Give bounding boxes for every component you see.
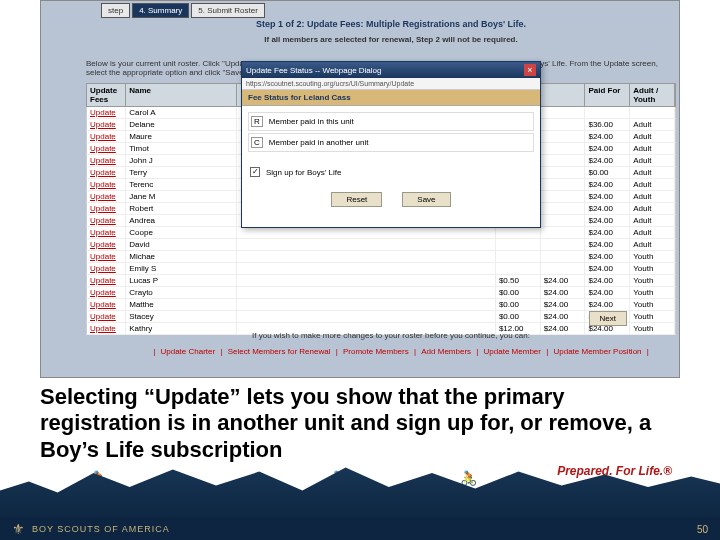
table-row: UpdateLucas P$0.50$24.00$24.00Youth [86, 275, 676, 287]
boys-life-label: Sign up for Boys' Life [266, 168, 341, 177]
table-row: UpdateCoope$24.00Adult [86, 227, 676, 239]
opt2-label: Member paid in another unit [269, 138, 369, 147]
reset-button[interactable]: Reset [331, 192, 382, 207]
table-row: UpdateCrayto$0.00$24.00$24.00Youth [86, 287, 676, 299]
update-link[interactable]: Update [90, 144, 116, 153]
cell-name: Terry [126, 167, 237, 178]
cell-name: Michae [126, 251, 237, 262]
slide: step 4. Summary 5. Submit Roster Step 1 … [0, 0, 720, 540]
cell-bl [541, 119, 586, 130]
checkbox-icon[interactable]: ✓ [250, 167, 260, 177]
save-button[interactable]: Save [402, 192, 450, 207]
slide-caption: Selecting “Update” lets you show that th… [40, 384, 680, 463]
cell-paid: $24.00 [585, 215, 630, 226]
cell-paid: $24.00 [585, 155, 630, 166]
link-update-position[interactable]: Update Member Position [550, 347, 644, 356]
cell-name: David [126, 239, 237, 250]
action-links: | Update Charter | Select Members for Re… [151, 347, 651, 356]
cell-name: Crayto [126, 287, 237, 298]
boys-life-checkbox-row[interactable]: ✓ Sign up for Boys' Life [248, 164, 534, 180]
update-link[interactable]: Update [90, 180, 116, 189]
cell-name: Carol A [126, 107, 237, 118]
option-paid-this-unit[interactable]: R Member paid in this unit [248, 112, 534, 131]
step-title: Step 1 of 2: Update Fees: Multiple Regis… [191, 19, 591, 29]
link-update-member[interactable]: Update Member [481, 347, 544, 356]
cell-paid: $24.00 [585, 263, 630, 274]
cell-bl [541, 155, 586, 166]
cell-paid: $24.00 [585, 275, 630, 286]
opt1-code: R [251, 116, 263, 127]
cell-ay: Adult [630, 227, 675, 238]
link-select-members[interactable]: Select Members for Renewal [225, 347, 334, 356]
wizard-tab-5[interactable]: 5. Submit Roster [191, 3, 265, 18]
cell-bl [541, 263, 586, 274]
close-icon[interactable]: × [524, 64, 536, 76]
cell-paid [585, 107, 630, 118]
cell-ay: Youth [630, 275, 675, 286]
option-paid-other-unit[interactable]: C Member paid in another unit [248, 133, 534, 152]
app-screenshot: step 4. Summary 5. Submit Roster Step 1 … [40, 0, 680, 378]
update-link[interactable]: Update [90, 228, 116, 237]
update-link[interactable]: Update [90, 252, 116, 261]
biker-icon: 🚴 [460, 470, 477, 486]
opt2-code: C [251, 137, 263, 148]
link-add[interactable]: Add Members [418, 347, 474, 356]
update-link[interactable]: Update [90, 324, 116, 333]
dialog-body: R Member paid in this unit C Member paid… [242, 106, 540, 227]
cell-bl [541, 191, 586, 202]
wizard-tab-step[interactable]: step [101, 3, 130, 18]
link-update-charter[interactable]: Update Charter [157, 347, 218, 356]
org-name: BOY SCOUTS OF AMERICA [32, 524, 170, 534]
cell-name: John J [126, 155, 237, 166]
cell-bl [541, 227, 586, 238]
cell-bl [541, 131, 586, 142]
footer-bar: ⚜ BOY SCOUTS OF AMERICA 50 [0, 518, 720, 540]
cell-bl: $24.00 [541, 275, 586, 286]
cell-ay: Adult [630, 191, 675, 202]
update-link[interactable]: Update [90, 240, 116, 249]
cell-fee [496, 251, 541, 262]
cell-fee: $0.00 [496, 287, 541, 298]
update-link[interactable]: Update [90, 132, 116, 141]
dialog-header: Fee Status for Leland Cass [242, 90, 540, 106]
update-link[interactable]: Update [90, 216, 116, 225]
cell-name: Terenc [126, 179, 237, 190]
cell-bl [541, 239, 586, 250]
update-link[interactable]: Update [90, 192, 116, 201]
dialog-titlebar: Update Fee Status -- Webpage Dialog × [242, 62, 540, 78]
cell-ay: Adult [630, 155, 675, 166]
cell-ay [630, 107, 675, 118]
update-link[interactable]: Update [90, 288, 116, 297]
update-link[interactable]: Update [90, 156, 116, 165]
wizard-tab-4[interactable]: 4. Summary [132, 3, 189, 18]
link-promote[interactable]: Promote Members [340, 347, 412, 356]
cell-fee: $0.50 [496, 275, 541, 286]
table-row: UpdateDavid$24.00Adult [86, 239, 676, 251]
cell-ay: Adult [630, 239, 675, 250]
col-update: Update Fees [87, 84, 126, 106]
cell-fee: $0.00 [496, 299, 541, 310]
update-link[interactable]: Update [90, 204, 116, 213]
dialog-buttons: Reset Save [248, 182, 534, 221]
update-link[interactable]: Update [90, 264, 116, 273]
tagline: Prepared. For Life.® [557, 464, 672, 478]
cell-name: Timot [126, 143, 237, 154]
cell-name: Stacey [126, 311, 237, 322]
cell-name: Maure [126, 131, 237, 142]
table-row: UpdateMichae$24.00Youth [86, 251, 676, 263]
col-ay: Adult / Youth [630, 84, 675, 106]
bsa-logo: ⚜ BOY SCOUTS OF AMERICA [12, 521, 170, 537]
more-changes-text: If you wish to make more changes to your… [191, 331, 591, 340]
update-link[interactable]: Update [90, 312, 116, 321]
update-link[interactable]: Update [90, 120, 116, 129]
update-link[interactable]: Update [90, 276, 116, 285]
cell-fee: $0.00 [496, 311, 541, 322]
update-link[interactable]: Update [90, 108, 116, 117]
cell-ay: Youth [630, 287, 675, 298]
update-link[interactable]: Update [90, 168, 116, 177]
cell-ay: Youth [630, 251, 675, 262]
cell-paid: $24.00 [585, 287, 630, 298]
next-button[interactable]: Next [589, 311, 627, 326]
update-link[interactable]: Update [90, 300, 116, 309]
opt1-label: Member paid in this unit [269, 117, 354, 126]
